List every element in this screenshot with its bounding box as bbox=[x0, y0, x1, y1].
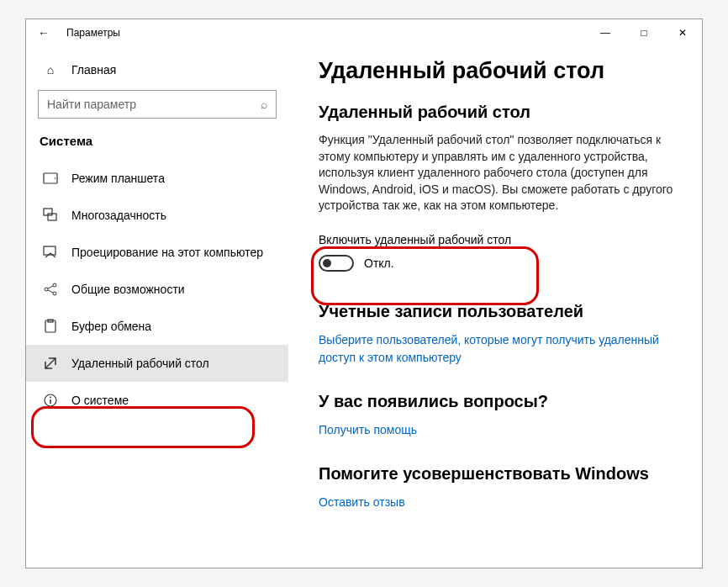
settings-window: ← Параметры — □ ✕ ⌂ Главная Найти параме… bbox=[25, 19, 703, 568]
maximize-button[interactable]: □ bbox=[625, 19, 663, 46]
section-remote-desktop: Удаленный рабочий стол Функция "Удаленны… bbox=[319, 103, 677, 272]
home-icon: ⌂ bbox=[43, 63, 58, 77]
home-label: Главная bbox=[71, 63, 116, 77]
sidebar-item-label: О системе bbox=[71, 394, 129, 407]
project-icon bbox=[43, 245, 58, 260]
section-feedback: Помогите усовершенствовать Windows Остав… bbox=[319, 464, 677, 511]
sidebar-item-label: Буфер обмена bbox=[71, 320, 151, 333]
svg-point-6 bbox=[53, 283, 56, 287]
svg-point-1 bbox=[55, 177, 56, 179]
sidebar-section-title: Система bbox=[26, 129, 288, 160]
nav-list: Режим планшета Многозадачность Проециров… bbox=[26, 160, 288, 419]
svg-line-9 bbox=[48, 290, 53, 293]
section-user-accounts: Учетные записи пользователей Выберите по… bbox=[319, 302, 677, 367]
info-icon bbox=[43, 393, 58, 408]
window-body: ⌂ Главная Найти параметр ⌕ Система Режим… bbox=[26, 46, 702, 568]
sidebar-item-about[interactable]: О системе bbox=[26, 382, 288, 419]
svg-point-5 bbox=[45, 288, 48, 291]
svg-point-7 bbox=[53, 292, 56, 295]
sidebar-home[interactable]: ⌂ Главная bbox=[26, 55, 288, 85]
toggle-label: Включить удаленный рабочий стол bbox=[319, 233, 677, 246]
multitask-icon bbox=[43, 208, 58, 223]
page-title: Удаленный рабочий стол bbox=[319, 58, 677, 84]
svg-point-15 bbox=[50, 397, 51, 399]
content-pane: Удаленный рабочий стол Удаленный рабочий… bbox=[293, 46, 702, 568]
search-icon: ⌕ bbox=[261, 98, 267, 111]
section-title: Помогите усовершенствовать Windows bbox=[319, 464, 677, 484]
sidebar-item-shared[interactable]: Общие возможности bbox=[26, 271, 288, 308]
sidebar-item-label: Удаленный рабочий стол bbox=[71, 357, 209, 370]
window-controls: — □ ✕ bbox=[586, 19, 702, 46]
minimize-button[interactable]: — bbox=[586, 19, 625, 46]
tablet-icon bbox=[43, 171, 58, 186]
toggle-knob bbox=[323, 259, 331, 267]
sidebar-item-clipboard[interactable]: Буфер обмена bbox=[26, 308, 288, 345]
sidebar-item-label: Общие возможности bbox=[71, 283, 185, 296]
section-title: Учетные записи пользователей bbox=[319, 302, 677, 321]
get-help-link[interactable]: Получить помощь bbox=[319, 421, 677, 439]
clipboard-icon bbox=[43, 319, 58, 334]
svg-line-12 bbox=[45, 358, 55, 368]
svg-line-8 bbox=[48, 286, 53, 288]
section-title: У вас появились вопросы? bbox=[319, 392, 677, 411]
section-title: Удаленный рабочий стол bbox=[319, 103, 677, 122]
sidebar-item-remote-desktop[interactable]: Удаленный рабочий стол bbox=[26, 345, 288, 382]
remote-desktop-description: Функция "Удаленный рабочий стол" позволя… bbox=[319, 132, 677, 214]
search-input[interactable]: Найти параметр ⌕ bbox=[38, 90, 277, 119]
toggle-block: Включить удаленный рабочий стол Откл. bbox=[319, 233, 677, 272]
window-title: Параметры bbox=[66, 27, 120, 39]
titlebar: ← Параметры — □ ✕ bbox=[26, 19, 702, 46]
search-placeholder: Найти параметр bbox=[47, 98, 136, 111]
close-button[interactable]: ✕ bbox=[663, 19, 702, 46]
feedback-link[interactable]: Оставить отзыв bbox=[319, 494, 677, 511]
sidebar-item-label: Режим планшета bbox=[71, 172, 165, 185]
sidebar: ⌂ Главная Найти параметр ⌕ Система Режим… bbox=[26, 46, 293, 568]
remote-desktop-toggle[interactable] bbox=[319, 255, 354, 272]
back-button[interactable]: ← bbox=[38, 26, 58, 40]
sidebar-item-tablet-mode[interactable]: Режим планшета bbox=[26, 160, 288, 197]
sidebar-item-projecting[interactable]: Проецирование на этот компьютер bbox=[26, 234, 288, 271]
select-users-link[interactable]: Выберите пользователей, которые могут по… bbox=[319, 331, 677, 367]
toggle-row: Откл. bbox=[319, 255, 677, 272]
remote-desktop-icon bbox=[43, 356, 58, 371]
sidebar-item-label: Проецирование на этот компьютер bbox=[71, 246, 263, 259]
shared-icon bbox=[43, 282, 58, 297]
sidebar-item-multitasking[interactable]: Многозадачность bbox=[26, 197, 288, 234]
section-questions: У вас появились вопросы? Получить помощь bbox=[319, 392, 677, 439]
toggle-state: Откл. bbox=[364, 256, 394, 270]
sidebar-item-label: Многозадачность bbox=[71, 209, 166, 222]
